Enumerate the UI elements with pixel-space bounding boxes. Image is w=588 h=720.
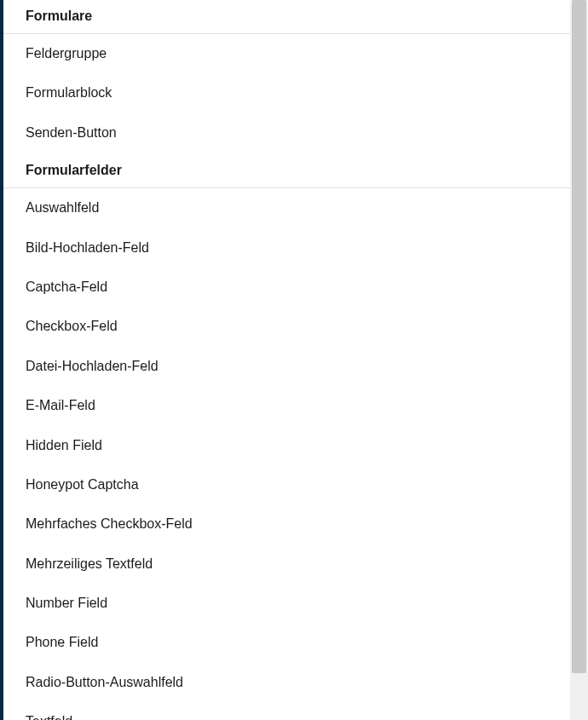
sidebar-panel: Formulare Feldergruppe Formularblock Sen… <box>0 0 570 720</box>
section-header-formulare: Formulare <box>3 0 570 34</box>
scrollbar-track[interactable] <box>570 0 588 720</box>
section-header-formularfelder: Formularfelder <box>3 153 570 188</box>
list-item-textfeld[interactable]: Textfeld <box>3 702 570 720</box>
list-item-mehrfaches-checkbox-feld[interactable]: Mehrfaches Checkbox-Feld <box>3 504 570 544</box>
list-item-radio-button-auswahlfeld[interactable]: Radio-Button-Auswahlfeld <box>3 663 570 702</box>
scrollbar-thumb[interactable] <box>572 0 586 673</box>
list-item-phone-field[interactable]: Phone Field <box>3 623 570 662</box>
list-item-hidden-field[interactable]: Hidden Field <box>3 426 570 465</box>
list-item-captcha-feld[interactable]: Captcha-Feld <box>3 268 570 307</box>
list-item-auswahlfeld[interactable]: Auswahlfeld <box>3 188 570 228</box>
list-item-checkbox-feld[interactable]: Checkbox-Feld <box>3 307 570 346</box>
list-item-formularblock[interactable]: Formularblock <box>3 73 570 112</box>
list-item-mehrzeiliges-textfeld[interactable]: Mehrzeiliges Textfeld <box>3 544 570 584</box>
list-item-number-field[interactable]: Number Field <box>3 584 570 623</box>
list-item-bild-hochladen-feld[interactable]: Bild-Hochladen-Feld <box>3 228 570 268</box>
list-item-feldergruppe[interactable]: Feldergruppe <box>3 34 570 73</box>
list-item-email-feld[interactable]: E-Mail-Feld <box>3 386 570 425</box>
list-item-senden-button[interactable]: Senden-Button <box>3 113 570 153</box>
list-item-datei-hochladen-feld[interactable]: Datei-Hochladen-Feld <box>3 347 570 386</box>
list-item-honeypot-captcha[interactable]: Honeypot Captcha <box>3 465 570 504</box>
